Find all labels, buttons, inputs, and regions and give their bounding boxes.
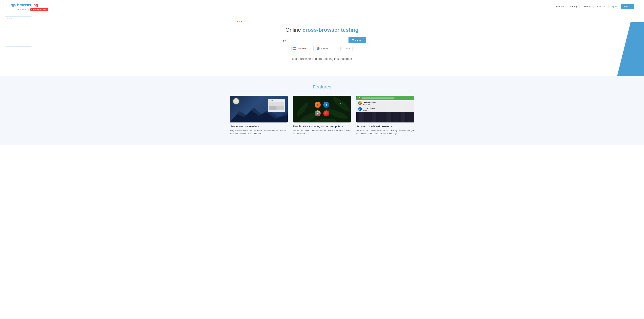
feature-card-live-sessions: ⤡ ↖ Live interactive sessions Not just s… [230,96,288,135]
nav-features[interactable]: Features [554,4,566,9]
svg-point-10 [14,7,14,7]
hero-section: Online cross-browser testing Test now! W… [0,12,644,76]
browser-window-overlay [268,99,285,112]
cursor-real: ↖ [340,102,342,105]
dot-y [271,100,272,101]
hero-title-start: Online [286,27,302,33]
svg-point-25 [317,113,318,114]
nav-sep-3: | [593,5,594,7]
test-now-button[interactable]: Test now! [348,37,366,43]
ie-name: Internet Explorer [363,107,376,109]
browser-selector[interactable]: Chrome Firefox Internet Explorer Safari … [315,46,340,51]
feature-card-real-browsers: e O ↖ [293,96,351,135]
svg-text:P: P [31,9,32,10]
version-selector[interactable]: 127 126 125 124 [342,46,352,51]
resize-handle: ⤡ [235,115,236,117]
logo-row: browserling [10,2,48,8]
window-dot-yellow [239,21,240,22]
firefox-svg [316,103,320,107]
logo-text: browserling [17,3,38,7]
dot-1 [7,18,8,19]
os-select[interactable]: Windows 10 Windows 7 macOS Linux [297,47,312,50]
chrome-list-text: Google Chrome version 34 [363,101,376,105]
os-selector[interactable]: Windows 10 Windows 7 macOS Linux [292,46,314,51]
selectors-row: Windows 10 Windows 7 macOS Linux Chrome … [237,46,407,51]
dot-r [270,100,270,101]
chrome-name: Google Chrome [363,101,376,103]
chrome-list-svg [358,101,362,105]
feature-img-latest-browsers: 🏠 [356,96,414,122]
svg-point-3 [12,4,14,5]
home-icon: 🏠 [358,97,361,99]
chrome-list-icon [358,101,362,105]
logo-text-end: ling [32,3,38,7]
chrome-icon [317,47,320,50]
logo-icon [10,2,16,8]
ie-list-text: Internet Explorer version 7 [363,107,376,111]
feature-title-live: Live interactive sessions [230,125,288,128]
opera-icon: O [323,110,330,116]
hero-title: Online cross-browser testing [237,27,407,33]
firefox-icon [314,102,321,108]
features-title: Features [10,84,634,90]
progress-bar-container: 🏠 [356,96,414,100]
ie-icon: e [323,102,330,108]
features-grid: ⤡ ↖ Live interactive sessions Not just s… [230,96,414,135]
browser-icons-grid: e O [312,99,332,119]
browser-list-overlay: Google Chrome version 34 e Internet Expl… [356,100,414,112]
window-dot-red [237,21,238,22]
nav-live-api[interactable]: Live API [580,4,593,9]
nav-sep-2: | [580,5,580,7]
main-nav: Features | Pricing | Live API | About Us… [554,4,634,9]
window-traffic-lights [237,21,407,22]
browser-select[interactable]: Chrome Firefox Internet Explorer Safari … [320,47,339,50]
ie-list-icon: e [358,107,362,111]
feature-title-real: Real browsers running on real computers [293,125,351,128]
feature-title-latest: Access to the latest browsers [356,125,414,128]
blue-decorative-shape [617,12,644,76]
chrome-icon-feat [314,110,321,116]
window-dot-green [241,21,242,22]
feature-desc-real: We run real desktop browsers on our serv… [293,129,351,135]
version-select[interactable]: 127 126 125 124 [344,47,351,50]
svg-point-5 [13,6,14,6]
dot-3 [10,18,12,19]
feature-desc-live: Not just screenshots! You can interact w… [230,129,288,135]
progress-bar-inner: 🏠 [358,97,412,99]
url-row: Test now! [237,37,407,43]
hero-title-bold: cross-browser testing [302,27,358,33]
blue-shape-inner [617,22,644,76]
logo-text-start: browser [17,3,32,7]
nav-sign-up[interactable]: Sign Up [621,4,634,9]
header: browserling we also created: P ONLINEPNG… [0,0,644,12]
nav-pricing[interactable]: Pricing [568,4,579,9]
bg-window-dots [5,16,32,20]
also-created-label: we also created: [17,9,29,10]
tile-4 [277,106,284,110]
ie-version: version 7 [363,109,369,111]
window-bar [268,99,285,101]
chrome-svg [314,110,321,116]
nav-sign-in[interactable]: Sign In [609,4,620,9]
png-tools-link[interactable]: P ONLINEPNGTOOLS [30,8,48,11]
ie-list-item: e Internet Explorer version 7 [356,106,414,112]
tile-2 [277,102,284,106]
tile-3 [269,106,276,110]
feature-desc-latest: We install the latest browsers as soon a… [356,129,414,135]
cursor-icon: ↖ [276,103,278,106]
url-input[interactable] [278,37,348,43]
logo-area: browserling we also created: P ONLINEPNG… [10,2,48,11]
nav-about-us[interactable]: About Us [594,4,608,9]
feature-card-latest-browsers: 🏠 [356,96,414,135]
moon-decoration [233,98,239,104]
nav-sep-4: | [608,5,608,7]
chrome-list-item: Google Chrome version 34 [356,100,414,106]
chrome-version: version 34 [363,103,370,105]
svg-point-37 [360,103,360,104]
svg-point-6 [14,5,14,6]
feature-img-real-browsers: e O ↖ [293,96,351,122]
progress-fill [362,97,394,98]
features-section: Features [0,76,644,145]
dot-2 [9,18,10,19]
bg-window-decoration [5,16,32,46]
